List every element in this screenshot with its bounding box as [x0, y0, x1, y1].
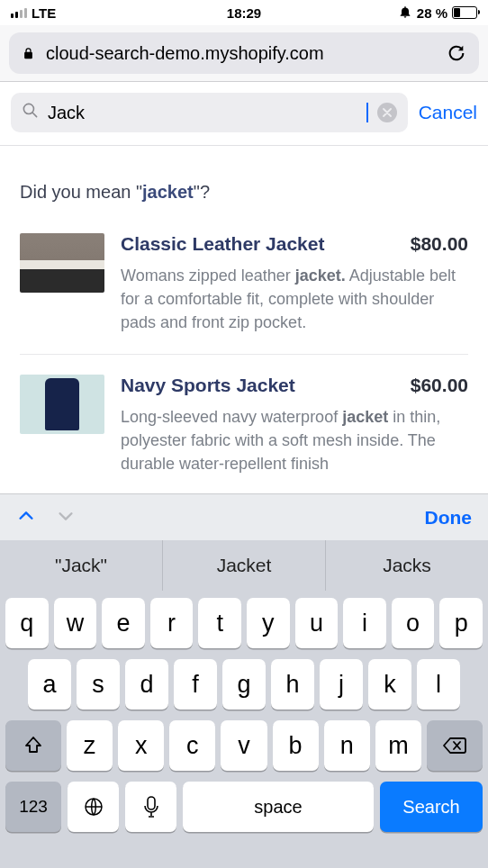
key-g[interactable]: g	[222, 659, 266, 710]
key-x[interactable]: x	[118, 720, 164, 771]
done-button[interactable]: Done	[425, 507, 473, 529]
alarm-icon	[398, 5, 412, 22]
url-text: cloud-search-demo.myshopify.com	[46, 43, 324, 64]
key-j[interactable]: j	[320, 659, 363, 710]
key-r[interactable]: r	[150, 598, 194, 648]
space-key[interactable]: space	[183, 782, 374, 832]
key-l[interactable]: l	[417, 659, 460, 710]
signal-icon	[11, 8, 27, 18]
result-description: Womans zipped leather jacket. Adjustable…	[121, 264, 468, 334]
key-f[interactable]: f	[174, 659, 217, 710]
numeric-key[interactable]: 123	[5, 782, 61, 832]
battery-icon	[452, 6, 477, 19]
keyboard-row-3: zxcvbnm	[5, 720, 483, 771]
globe-key[interactable]	[68, 782, 119, 832]
key-o[interactable]: o	[392, 598, 435, 648]
result-price: $60.00	[411, 375, 468, 396]
status-left: LTE	[11, 5, 146, 21]
dym-term[interactable]: jacket	[142, 182, 194, 202]
clock: 18:29	[146, 5, 342, 21]
key-a[interactable]: a	[28, 659, 71, 710]
lock-icon	[22, 46, 35, 61]
search-row: Cancel	[0, 82, 488, 146]
clear-search-icon[interactable]	[377, 103, 397, 122]
key-c[interactable]: c	[169, 720, 215, 771]
did-you-mean[interactable]: Did you mean "jacket"?	[20, 182, 468, 203]
key-w[interactable]: w	[54, 598, 97, 648]
key-e[interactable]: e	[102, 598, 145, 648]
key-v[interactable]: v	[221, 720, 267, 771]
battery-pct: 28 %	[417, 5, 447, 21]
search-result[interactable]: Navy Sports Jacket$60.00Long-sleeved nav…	[20, 354, 468, 495]
key-d[interactable]: d	[125, 659, 168, 710]
suggestion-0[interactable]: "Jack"	[0, 540, 162, 591]
key-t[interactable]: t	[198, 598, 241, 648]
results-area: Did you mean "jacket"? Classic Leather J…	[0, 146, 488, 496]
svg-rect-3	[148, 797, 155, 809]
status-right: 28 %	[342, 5, 477, 22]
result-description: Long-sleeved navy waterproof jacket in t…	[121, 405, 468, 475]
key-y[interactable]: y	[247, 598, 290, 648]
result-price: $80.00	[411, 233, 468, 255]
text-caret	[366, 103, 368, 122]
key-q[interactable]: q	[5, 598, 49, 648]
key-z[interactable]: z	[67, 720, 113, 771]
backspace-key[interactable]	[427, 720, 483, 771]
reload-icon[interactable]	[447, 43, 466, 63]
address-bar[interactable]: cloud-search-demo.myshopify.com	[9, 32, 479, 74]
search-icon	[22, 102, 39, 123]
cancel-button[interactable]: Cancel	[419, 102, 477, 123]
prev-field-button[interactable]	[16, 506, 36, 529]
search-field[interactable]	[11, 93, 408, 132]
shift-key[interactable]	[5, 720, 61, 771]
search-key[interactable]: Search	[380, 782, 483, 832]
result-title[interactable]: Classic Leather Jacket	[121, 233, 324, 255]
keyboard-accessory: Done	[0, 493, 488, 540]
keyboard: qwertyuiop asdfghjkl zxcvbnm 123 space S…	[0, 591, 488, 868]
next-field-button[interactable]	[56, 506, 76, 529]
keyboard-suggestions: "Jack" Jacket Jacks	[0, 540, 488, 591]
key-k[interactable]: k	[368, 659, 411, 710]
search-input[interactable]	[48, 103, 363, 123]
dictation-key[interactable]	[125, 782, 176, 832]
key-m[interactable]: m	[375, 720, 421, 771]
key-u[interactable]: u	[295, 598, 339, 648]
search-result[interactable]: Classic Leather Jacket$80.00Womans zippe…	[20, 226, 468, 354]
result-thumbnail	[20, 233, 104, 293]
key-i[interactable]: i	[343, 598, 386, 648]
key-b[interactable]: b	[273, 720, 319, 771]
svg-line-1	[32, 113, 36, 116]
key-n[interactable]: n	[324, 720, 370, 771]
result-title[interactable]: Navy Sports Jacket	[121, 375, 295, 396]
suggestion-2[interactable]: Jacks	[325, 540, 488, 591]
browser-toolbar: cloud-search-demo.myshopify.com	[0, 25, 488, 82]
key-s[interactable]: s	[77, 659, 120, 710]
result-thumbnail	[20, 375, 104, 434]
carrier-label: LTE	[32, 5, 56, 21]
key-p[interactable]: p	[439, 598, 483, 648]
key-h[interactable]: h	[271, 659, 314, 710]
status-bar: LTE 18:29 28 %	[0, 0, 488, 25]
suggestion-1[interactable]: Jacket	[162, 540, 325, 591]
